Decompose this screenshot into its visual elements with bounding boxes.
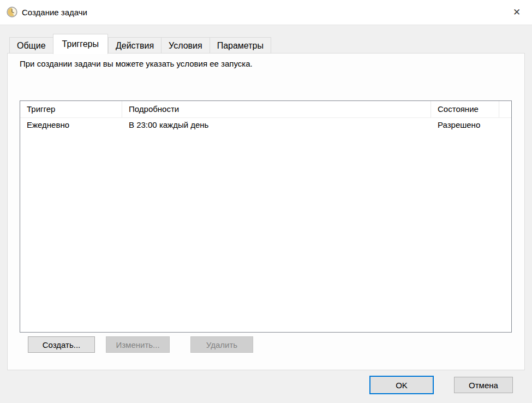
trigger-cell-name: Ежедневно xyxy=(20,118,122,133)
edit-trigger-button[interactable]: Изменить... xyxy=(106,336,170,353)
delete-trigger-button[interactable]: Удалить xyxy=(190,336,253,353)
cancel-button[interactable]: Отмена xyxy=(454,377,513,393)
trigger-row[interactable]: Ежедневно В 23:00 каждый день Разрешено xyxy=(20,118,511,133)
tab-actions[interactable]: Действия xyxy=(108,37,161,54)
triggers-tab-page: При создании задачи вы можете указать ус… xyxy=(7,53,525,370)
trigger-cell-state: Разрешено xyxy=(431,118,499,133)
trigger-list-header: Триггер Подробности Состояние xyxy=(20,101,511,118)
tab-settings[interactable]: Параметры xyxy=(210,37,271,54)
task-scheduler-clock-icon xyxy=(7,7,17,17)
tab-general[interactable]: Общие xyxy=(9,37,53,54)
column-header-trigger[interactable]: Триггер xyxy=(20,101,122,117)
trigger-list[interactable]: Триггер Подробности Состояние Ежедневно … xyxy=(20,100,512,333)
column-header-filler xyxy=(499,101,511,117)
create-trigger-button[interactable]: Создать... xyxy=(28,336,95,353)
page-description: При создании задачи вы можете указать ус… xyxy=(20,59,253,68)
tab-strip: Общие Триггеры Действия Условия Параметр… xyxy=(9,33,271,54)
ok-button[interactable]: OK xyxy=(369,376,434,394)
column-header-state[interactable]: Состояние xyxy=(431,101,499,117)
titlebar: Создание задачи ✕ xyxy=(0,0,532,25)
column-header-details[interactable]: Подробности xyxy=(122,101,431,117)
tab-conditions[interactable]: Условия xyxy=(161,37,210,54)
tab-triggers[interactable]: Триггеры xyxy=(53,34,108,54)
trigger-cell-details: В 23:00 каждый день xyxy=(122,118,431,133)
window-title: Создание задачи xyxy=(22,0,87,25)
close-icon[interactable]: ✕ xyxy=(504,0,530,24)
